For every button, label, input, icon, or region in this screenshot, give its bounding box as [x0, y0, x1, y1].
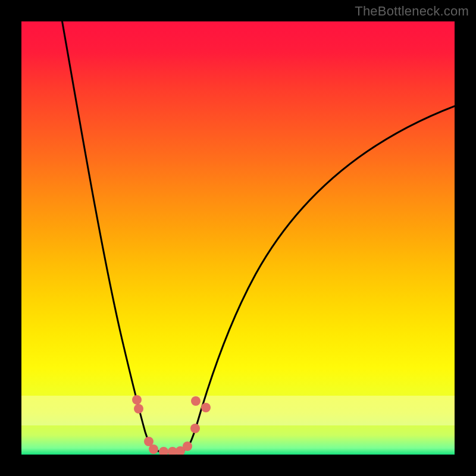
svg-point-9 — [190, 424, 200, 433]
svg-point-8 — [183, 441, 192, 451]
threshold-band — [21, 396, 455, 425]
svg-point-2 — [134, 404, 143, 414]
svg-point-10 — [191, 396, 201, 406]
svg-point-5 — [159, 447, 168, 456]
svg-point-4 — [149, 444, 158, 454]
chart-canvas — [0, 0, 476, 476]
watermark-text: TheBottleneck.com — [355, 4, 469, 19]
svg-point-11 — [201, 403, 211, 412]
gradient-panel — [21, 21, 455, 455]
svg-point-1 — [132, 395, 142, 405]
